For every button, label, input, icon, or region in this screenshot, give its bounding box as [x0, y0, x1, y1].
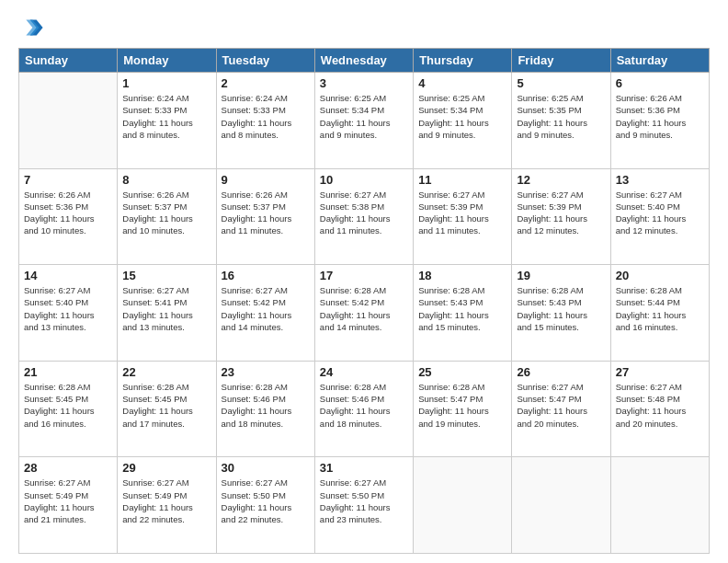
day-info: Sunrise: 6:27 AMSunset: 5:40 PMDaylight:…	[24, 284, 112, 333]
day-number: 23	[222, 365, 310, 379]
day-number: 19	[517, 269, 605, 282]
day-info: Sunrise: 6:25 AMSunset: 5:34 PMDaylight:…	[320, 92, 408, 141]
day-number: 20	[616, 269, 704, 282]
calendar-cell: 29Sunrise: 6:27 AMSunset: 5:49 PMDayligh…	[118, 457, 216, 554]
day-info: Sunrise: 6:27 AMSunset: 5:49 PMDaylight:…	[24, 477, 112, 525]
calendar-cell: 21Sunrise: 6:28 AMSunset: 5:45 PMDayligh…	[19, 361, 118, 457]
calendar-cell: 12Sunrise: 6:27 AMSunset: 5:39 PMDayligh…	[512, 168, 610, 265]
day-number: 17	[320, 269, 408, 282]
day-info: Sunrise: 6:28 AMSunset: 5:43 PMDaylight:…	[517, 284, 605, 333]
calendar-cell: 25Sunrise: 6:28 AMSunset: 5:47 PMDayligh…	[414, 361, 512, 457]
calendar-cell: 6Sunrise: 6:26 AMSunset: 5:36 PMDaylight…	[610, 73, 709, 169]
header-wednesday: Wednesday	[314, 49, 413, 73]
day-number: 28	[24, 461, 112, 475]
week-row-3: 21Sunrise: 6:28 AMSunset: 5:45 PMDayligh…	[19, 361, 710, 457]
calendar-cell	[19, 73, 118, 169]
day-number: 18	[418, 269, 506, 282]
day-info: Sunrise: 6:25 AMSunset: 5:35 PMDaylight:…	[517, 92, 605, 141]
calendar-cell: 11Sunrise: 6:27 AMSunset: 5:39 PMDayligh…	[414, 168, 512, 265]
calendar-cell: 26Sunrise: 6:27 AMSunset: 5:47 PMDayligh…	[512, 361, 610, 457]
logo-icon	[18, 15, 44, 40]
day-number: 21	[24, 365, 112, 379]
calendar-cell: 31Sunrise: 6:27 AMSunset: 5:50 PMDayligh…	[314, 457, 413, 554]
calendar-cell: 8Sunrise: 6:26 AMSunset: 5:37 PMDaylight…	[118, 168, 216, 265]
calendar-cell: 1Sunrise: 6:24 AMSunset: 5:33 PMDaylight…	[118, 73, 216, 169]
calendar-cell: 13Sunrise: 6:27 AMSunset: 5:40 PMDayligh…	[610, 168, 709, 265]
day-info: Sunrise: 6:24 AMSunset: 5:33 PMDaylight:…	[122, 92, 210, 141]
day-info: Sunrise: 6:27 AMSunset: 5:47 PMDaylight:…	[517, 381, 605, 430]
day-number: 30	[222, 461, 310, 475]
calendar-cell: 4Sunrise: 6:25 AMSunset: 5:34 PMDaylight…	[414, 73, 512, 169]
day-number: 16	[222, 269, 310, 282]
calendar-cell: 5Sunrise: 6:25 AMSunset: 5:35 PMDaylight…	[512, 73, 610, 169]
day-info: Sunrise: 6:24 AMSunset: 5:33 PMDaylight:…	[222, 92, 310, 141]
calendar-cell: 10Sunrise: 6:27 AMSunset: 5:38 PMDayligh…	[314, 168, 413, 265]
day-number: 5	[517, 76, 605, 90]
day-number: 13	[616, 173, 704, 187]
calendar-cell: 19Sunrise: 6:28 AMSunset: 5:43 PMDayligh…	[512, 265, 610, 362]
header-sunday: Sunday	[19, 49, 118, 73]
day-number: 10	[320, 173, 408, 187]
day-number: 8	[122, 173, 210, 187]
calendar-cell: 30Sunrise: 6:27 AMSunset: 5:50 PMDayligh…	[216, 457, 314, 554]
day-number: 6	[616, 76, 704, 90]
week-row-4: 28Sunrise: 6:27 AMSunset: 5:49 PMDayligh…	[19, 457, 710, 554]
day-info: Sunrise: 6:27 AMSunset: 5:41 PMDaylight:…	[122, 284, 210, 333]
day-info: Sunrise: 6:26 AMSunset: 5:36 PMDaylight:…	[24, 189, 112, 237]
day-info: Sunrise: 6:28 AMSunset: 5:45 PMDaylight:…	[24, 381, 112, 430]
day-number: 9	[222, 173, 310, 187]
day-number: 29	[122, 461, 210, 475]
logo	[18, 15, 46, 40]
header-thursday: Thursday	[414, 49, 512, 73]
calendar-cell: 22Sunrise: 6:28 AMSunset: 5:45 PMDayligh…	[118, 361, 216, 457]
day-info: Sunrise: 6:27 AMSunset: 5:50 PMDaylight:…	[320, 477, 408, 525]
header-tuesday: Tuesday	[216, 49, 314, 73]
day-number: 4	[418, 76, 506, 90]
calendar-table: SundayMondayTuesdayWednesdayThursdayFrid…	[18, 48, 710, 554]
day-number: 1	[122, 76, 210, 90]
calendar-cell: 3Sunrise: 6:25 AMSunset: 5:34 PMDaylight…	[314, 73, 413, 169]
day-info: Sunrise: 6:27 AMSunset: 5:40 PMDaylight:…	[616, 189, 704, 237]
day-info: Sunrise: 6:27 AMSunset: 5:50 PMDaylight:…	[222, 477, 310, 525]
day-number: 11	[418, 173, 506, 187]
calendar-cell: 14Sunrise: 6:27 AMSunset: 5:40 PMDayligh…	[19, 265, 118, 362]
day-info: Sunrise: 6:27 AMSunset: 5:38 PMDaylight:…	[320, 189, 408, 237]
day-number: 7	[24, 173, 112, 187]
header-monday: Monday	[118, 49, 216, 73]
header-friday: Friday	[512, 49, 610, 73]
day-number: 3	[320, 76, 408, 90]
day-info: Sunrise: 6:28 AMSunset: 5:46 PMDaylight:…	[320, 381, 408, 430]
day-number: 14	[24, 269, 112, 282]
day-info: Sunrise: 6:28 AMSunset: 5:43 PMDaylight:…	[418, 284, 506, 333]
day-info: Sunrise: 6:28 AMSunset: 5:44 PMDaylight:…	[616, 284, 704, 333]
day-number: 26	[517, 365, 605, 379]
day-info: Sunrise: 6:27 AMSunset: 5:39 PMDaylight:…	[418, 189, 506, 237]
calendar-cell: 18Sunrise: 6:28 AMSunset: 5:43 PMDayligh…	[414, 265, 512, 362]
day-number: 15	[122, 269, 210, 282]
week-row-1: 7Sunrise: 6:26 AMSunset: 5:36 PMDaylight…	[19, 168, 710, 265]
calendar-cell: 23Sunrise: 6:28 AMSunset: 5:46 PMDayligh…	[216, 361, 314, 457]
day-info: Sunrise: 6:27 AMSunset: 5:49 PMDaylight:…	[122, 477, 210, 525]
calendar-cell: 2Sunrise: 6:24 AMSunset: 5:33 PMDaylight…	[216, 73, 314, 169]
day-info: Sunrise: 6:28 AMSunset: 5:46 PMDaylight:…	[222, 381, 310, 430]
week-row-2: 14Sunrise: 6:27 AMSunset: 5:40 PMDayligh…	[19, 265, 710, 362]
day-number: 24	[320, 365, 408, 379]
calendar-cell: 27Sunrise: 6:27 AMSunset: 5:48 PMDayligh…	[610, 361, 709, 457]
day-number: 27	[616, 365, 704, 379]
calendar-cell: 15Sunrise: 6:27 AMSunset: 5:41 PMDayligh…	[118, 265, 216, 362]
header-saturday: Saturday	[610, 49, 709, 73]
day-info: Sunrise: 6:27 AMSunset: 5:39 PMDaylight:…	[517, 189, 605, 237]
day-info: Sunrise: 6:27 AMSunset: 5:42 PMDaylight:…	[222, 284, 310, 333]
day-number: 25	[418, 365, 506, 379]
day-info: Sunrise: 6:28 AMSunset: 5:47 PMDaylight:…	[418, 381, 506, 430]
day-number: 2	[222, 76, 310, 90]
day-info: Sunrise: 6:26 AMSunset: 5:37 PMDaylight:…	[122, 189, 210, 237]
week-row-0: 1Sunrise: 6:24 AMSunset: 5:33 PMDaylight…	[19, 73, 710, 169]
day-number: 12	[517, 173, 605, 187]
calendar-cell: 7Sunrise: 6:26 AMSunset: 5:36 PMDaylight…	[19, 168, 118, 265]
day-info: Sunrise: 6:28 AMSunset: 5:45 PMDaylight:…	[122, 381, 210, 430]
day-info: Sunrise: 6:28 AMSunset: 5:42 PMDaylight:…	[320, 284, 408, 333]
calendar-header-row: SundayMondayTuesdayWednesdayThursdayFrid…	[19, 49, 710, 73]
calendar-cell: 20Sunrise: 6:28 AMSunset: 5:44 PMDayligh…	[610, 265, 709, 362]
calendar-cell: 9Sunrise: 6:26 AMSunset: 5:37 PMDaylight…	[216, 168, 314, 265]
